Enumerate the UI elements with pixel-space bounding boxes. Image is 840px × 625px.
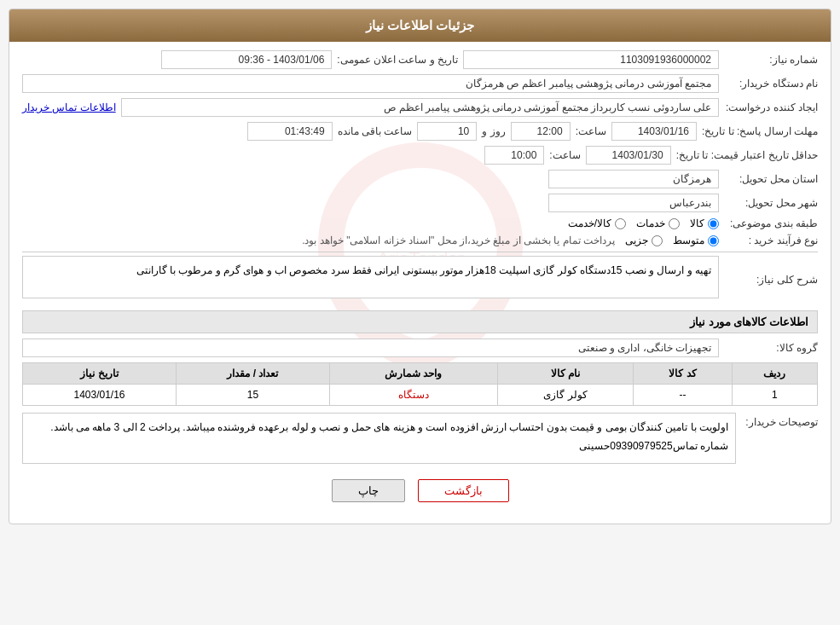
buyer-name-value: مجتمع آموزشی درمانی پژوهشی پیامبر اعظم ص… (22, 74, 719, 93)
remaining-label: ساعت باقی مانده (338, 125, 413, 137)
type-kala-radio[interactable] (708, 218, 719, 229)
buyer-notes-row: توصیحات خریدار: اولویت با تامین کنندگان … (22, 413, 818, 464)
products-section-title: اطلاعات کالاهای مورد نیاز (22, 310, 818, 333)
product-table-body: 1 -- کولر گازی دستگاه 15 1403/01/16 (23, 385, 818, 406)
product-group-row: گروه کالا: تجهیزات خانگی، اداری و صنعتی (22, 339, 818, 357)
price-date-value: 1403/01/30 (586, 146, 671, 165)
content-area: AriaTender شماره نیاز: 1103091936000002 … (9, 42, 831, 524)
page-title: جزئیات اطلاعات نیاز (366, 18, 474, 32)
purchase-motaset-radio[interactable] (708, 235, 719, 246)
type-kala-khadamat-label: کالا/خدمت (568, 217, 611, 229)
cell-quantity: 15 (176, 385, 329, 406)
button-row: بازگشت چاپ (22, 471, 818, 515)
price-time-value: 10:00 (484, 146, 544, 165)
description-row: شرح کلی نیاز: تهیه و ارسال و نصب 15دستگا… (22, 256, 818, 304)
description-value: تهیه و ارسال و نصب 15دستگاه کولر گازی اس… (22, 256, 719, 298)
col-name: نام کالا (497, 363, 634, 385)
purchase-note: پرداخت تمام یا بخشی از مبلغ خرید،از محل … (302, 234, 615, 246)
col-unit: واحد شمارش (329, 363, 497, 385)
cell-unit[interactable]: دستگاه (329, 385, 497, 406)
announce-label: تاریخ و ساعت اعلان عمومی: (337, 54, 458, 66)
section-content: شماره نیاز: 1103091936000002 تاریخ و ساع… (22, 50, 818, 515)
creator-row: ایجاد کننده درخواست: علی ساردوئی نسب کار… (22, 98, 818, 117)
type-label: طبقه بندی موضوعی: (724, 217, 818, 229)
cell-name: کولر گازی (497, 385, 634, 406)
back-button[interactable]: بازگشت (418, 479, 509, 502)
col-row-num: ردیف (732, 363, 817, 385)
type-row: طبقه بندی موضوعی: کالا خدمات کالا/خدم (22, 217, 818, 229)
purchase-type-label: نوع فرآیند خرید : (724, 234, 818, 246)
purchase-jozii-label: جزیی (625, 234, 648, 246)
send-days-label: روز و (482, 125, 505, 137)
purchase-motaset-option[interactable]: متوسط (673, 234, 719, 246)
purchase-jozii-radio[interactable] (652, 235, 663, 246)
city-value: بندرعباس (548, 194, 719, 212)
print-button[interactable]: چاپ (332, 479, 405, 502)
type-kala-khadamat-radio[interactable] (615, 218, 626, 229)
type-khadamat-radio[interactable] (669, 218, 680, 229)
table-row: 1 -- کولر گازی دستگاه 15 1403/01/16 (23, 385, 818, 406)
need-number-label: شماره نیاز: (724, 54, 818, 66)
col-date: تاریخ نیاز (23, 363, 177, 385)
cell-row-num: 1 (732, 385, 817, 406)
product-table: ردیف کد کالا نام کالا واحد شمارش تعداد /… (22, 362, 818, 406)
remaining-value: 01:43:49 (247, 122, 333, 141)
send-deadline-label: مهلت ارسال پاسخ: تا تاریخ: (702, 125, 818, 137)
purchase-type-row: نوع فرآیند خرید : متوسط جزیی پرداخت تمام… (22, 234, 818, 246)
creator-label: ایجاد کننده درخواست: (724, 101, 818, 113)
province-value: هرمزگان (548, 170, 719, 188)
main-container: جزئیات اطلاعات نیاز AriaTender شماره نیا… (9, 9, 831, 524)
need-number-row: شماره نیاز: 1103091936000002 تاریخ و ساع… (22, 50, 818, 69)
col-code: کد کالا (634, 363, 732, 385)
description-label: شرح کلی نیاز: (724, 274, 818, 286)
col-quantity: تعداد / مقدار (176, 363, 329, 385)
type-khadamat-label: خدمات (636, 217, 665, 229)
buyer-name-label: نام دستگاه خریدار: (724, 78, 818, 90)
need-number-value: 1103091936000002 (463, 50, 719, 69)
price-deadline-row: حداقل تاریخ اعتبار قیمت: تا تاریخ: 1403/… (22, 146, 818, 165)
city-label: شهر محل تحویل: (724, 197, 818, 209)
send-time-value: 12:00 (511, 122, 571, 141)
buyer-notes-value: اولویت با تامین کنندگان بومی و قیمت بدون… (22, 413, 736, 464)
purchase-radio-group: متوسط جزیی (625, 234, 719, 246)
price-time-label: ساعت: (549, 149, 580, 161)
product-table-head: ردیف کد کالا نام کالا واحد شمارش تعداد /… (23, 363, 818, 385)
divider1 (22, 252, 818, 252)
province-label: استان محل تحویل: (724, 173, 818, 185)
city-row: شهر محل تحویل: بندرعباس (22, 194, 818, 212)
send-deadline-row: مهلت ارسال پاسخ: تا تاریخ: 1403/01/16 سا… (22, 122, 818, 141)
purchase-jozii-option[interactable]: جزیی (625, 234, 663, 246)
product-table-header-row: ردیف کد کالا نام کالا واحد شمارش تعداد /… (23, 363, 818, 385)
province-row: استان محل تحویل: هرمزگان (22, 170, 818, 188)
page-header: جزئیات اطلاعات نیاز (9, 9, 831, 42)
send-days-value: 10 (417, 122, 477, 141)
price-deadline-label: حداقل تاریخ اعتبار قیمت: تا تاریخ: (676, 149, 818, 161)
send-date-value: 1403/01/16 (611, 122, 697, 141)
type-kala-label: کالا (690, 217, 704, 229)
announce-value: 1403/01/06 - 09:36 (161, 50, 332, 69)
type-kala-option[interactable]: کالا (690, 217, 719, 229)
buyer-name-row: نام دستگاه خریدار: مجتمع آموزشی درمانی پ… (22, 74, 818, 93)
send-time-label: ساعت: (576, 125, 606, 137)
purchase-motaset-label: متوسط (673, 234, 704, 246)
type-khadamat-option[interactable]: خدمات (636, 217, 680, 229)
creator-value: علی ساردوئی نسب کاربرداز مجتمع آموزشی در… (121, 98, 719, 117)
cell-date: 1403/01/16 (23, 385, 177, 406)
type-kala-khadamat-option[interactable]: کالا/خدمت (568, 217, 626, 229)
buyer-notes-label: توصیحات خریدار: (741, 413, 818, 428)
product-group-label: گروه کالا: (724, 342, 818, 354)
contact-link[interactable]: اطلاعات تماس خریدار (22, 101, 116, 113)
type-radio-group: کالا خدمات کالا/خدمت (568, 217, 719, 229)
page-wrapper: جزئیات اطلاعات نیاز AriaTender شماره نیا… (0, 0, 840, 625)
cell-code: -- (634, 385, 732, 406)
product-group-value: تجهیزات خانگی، اداری و صنعتی (22, 339, 719, 357)
